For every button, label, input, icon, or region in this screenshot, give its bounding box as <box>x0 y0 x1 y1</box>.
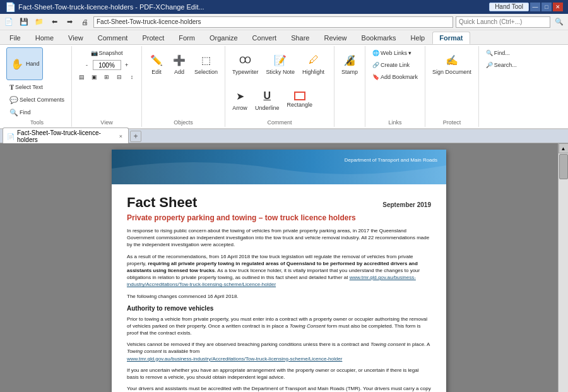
zoom-input[interactable] <box>93 60 121 70</box>
document-tab[interactable]: 📄 Fact-Sheet-Tow-truck-licence-holders × <box>3 128 129 145</box>
view-mode-5[interactable]: ↕ <box>126 71 138 83</box>
sign-document-button[interactable]: ✍️ Sign Document <box>429 47 475 80</box>
objects-group: ✏️ Edit ➕ Add ⬚ Selection Objects <box>142 46 225 127</box>
hand-icon: ✋ <box>9 56 25 71</box>
view-mode-4[interactable]: ⊟ <box>114 71 125 83</box>
bookmark-icon: 🔖 <box>372 74 379 80</box>
sticky-note-button[interactable]: 📝 Sticky Note <box>263 47 299 80</box>
typewriter-button[interactable]: Ꝏ Typewriter <box>229 47 262 80</box>
hand-tool-button[interactable]: ✋ Hand <box>6 47 43 80</box>
link-1[interactable]: www.tmr.qld.gov.au/business-industry/Acc… <box>127 275 416 287</box>
zoom-control: - + <box>83 60 131 70</box>
scroll-up-button[interactable]: ▲ <box>559 143 569 153</box>
pdf-main-title: Fact Sheet <box>127 194 197 211</box>
open-button[interactable]: 📁 <box>33 16 45 28</box>
view-mode-buttons: ▤ ▣ ⊞ ⊟ ↕ <box>76 71 138 83</box>
edit-button[interactable]: ✏️ Edit <box>146 47 167 80</box>
document-tab-bar: 📄 Fact-Sheet-Tow-truck-licence-holders ×… <box>0 129 568 143</box>
tab-bookmarks[interactable]: Bookmarks <box>355 32 403 44</box>
underline-button[interactable]: U Underline <box>252 83 283 116</box>
selection-button[interactable]: ⬚ Selection <box>191 47 221 80</box>
arrow-icon: ➤ <box>232 88 247 104</box>
view-controls: 📷 Snapshot - + ▤ ▣ ⊞ ⊟ ↕ <box>76 47 138 83</box>
scroll-thumb[interactable] <box>559 154 568 179</box>
find-toolbar-icon: 🔍 <box>486 50 493 56</box>
tools-group-label: Tools <box>30 118 44 126</box>
rectangle-button[interactable]: Rectangle <box>284 83 316 116</box>
pdf-body-content: Fact Sheet September 2019 Private proper… <box>112 184 446 392</box>
print-button[interactable]: 🖨 <box>78 16 91 28</box>
main-content: Department of Transport and Main Roads D… <box>0 143 568 392</box>
zoom-out-button[interactable]: - <box>83 61 92 69</box>
create-link-icon: 🔗 <box>372 62 379 68</box>
doc-tab-close[interactable]: × <box>119 133 123 140</box>
add-bookmark-button[interactable]: 🔖 Add Bookmark <box>369 71 421 83</box>
web-links-button[interactable]: 🌐 Web Links ▾ <box>369 47 421 59</box>
title-bar-left: 📄 Fact-Sheet-Tow-truck-licence-holders -… <box>5 2 204 12</box>
highlight-button[interactable]: 🖊 Highlight <box>299 47 328 80</box>
add-icon: ➕ <box>172 52 187 68</box>
tab-organize[interactable]: Organize <box>203 32 245 44</box>
arrow-button[interactable]: ➤ Arrow <box>229 83 251 116</box>
tools-buttons: ✋ Hand 𝐓 Select Text 💬 Select Comments 🔍… <box>6 47 68 118</box>
tab-protect[interactable]: Protect <box>135 32 171 44</box>
app-icon-button[interactable]: 📄 <box>3 16 15 28</box>
search-toolbar-button[interactable]: 🔎 Search... <box>483 59 521 71</box>
tab-view[interactable]: View <box>61 32 90 44</box>
find-toolbar-button[interactable]: 🔍 Find... <box>483 47 521 59</box>
pdf-para-1: In response to rising public concern abo… <box>127 227 431 249</box>
tab-review[interactable]: Review <box>317 32 353 44</box>
search-box[interactable] <box>456 16 550 28</box>
snapshot-button[interactable]: 📷 Snapshot <box>88 47 126 59</box>
tab-format[interactable]: Format <box>432 32 470 44</box>
tool-indicator: Hand Tool <box>489 3 529 11</box>
tab-convert[interactable]: Convert <box>246 32 284 44</box>
tab-help[interactable]: Help <box>404 32 432 44</box>
minimize-button[interactable]: — <box>530 3 540 11</box>
address-bar[interactable] <box>93 16 453 28</box>
tab-share[interactable]: Share <box>284 32 316 44</box>
edit-icon: ✏️ <box>149 52 164 68</box>
save-button[interactable]: 💾 <box>18 16 30 28</box>
new-tab-button[interactable]: + <box>130 131 141 142</box>
find-button[interactable]: 🔍 Find <box>6 107 44 118</box>
create-link-button[interactable]: 🔗 Create Link <box>369 59 421 71</box>
tab-comment[interactable]: Comment <box>91 32 135 44</box>
stamp-button[interactable]: 🔏 Stamp <box>338 47 361 80</box>
view-mode-2[interactable]: ▣ <box>88 71 100 83</box>
view-mode-1[interactable]: ▤ <box>76 71 87 83</box>
pdf-title-row: Fact Sheet September 2019 <box>127 194 431 211</box>
close-button[interactable]: ✕ <box>553 3 563 11</box>
link-2[interactable]: www.tmr.qld.gov.au/business-industry/Acc… <box>127 356 342 362</box>
select-comments-button[interactable]: 💬 Select Comments <box>6 94 68 105</box>
objects-group-label: Objects <box>174 118 193 126</box>
camera-icon: 📷 <box>91 50 98 56</box>
tab-file[interactable]: File <box>3 32 28 44</box>
search-toolbar-icon: 🔎 <box>486 62 493 68</box>
tab-form[interactable]: Form <box>172 32 202 44</box>
view-mode-3[interactable]: ⊞ <box>101 71 112 83</box>
stamp-group: 🔏 Stamp <box>334 46 365 127</box>
pdf-para-3: The following changes commenced 16 April… <box>127 293 431 300</box>
pdf-area[interactable]: Department of Transport and Main Roads D… <box>0 143 558 392</box>
tab-home[interactable]: Home <box>28 32 61 44</box>
back-button[interactable]: ⬅ <box>48 16 61 28</box>
quick-access-bar: 📄 💾 📁 ⬅ ➡ 🖨 🔍 <box>0 14 568 30</box>
comment-group-label: Comment <box>268 118 292 126</box>
find-search-buttons: 🔍 Find... 🔎 Search... <box>483 47 521 71</box>
comment-buttons: Ꝏ Typewriter 📝 Sticky Note 🖊 Highlight ➤… <box>229 47 330 118</box>
zoom-in-button[interactable]: + <box>122 61 131 69</box>
comment-cursor-icon: 💬 <box>9 96 18 104</box>
stamp-icon: 🔏 <box>342 52 357 68</box>
search-button[interactable]: 🔍 <box>553 16 565 28</box>
select-text-button[interactable]: 𝐓 Select Text <box>6 81 46 93</box>
dept-label: Department of Transport and Main Roads <box>345 157 437 163</box>
maximize-button[interactable]: □ <box>541 3 552 11</box>
view-group-label: View <box>100 118 112 126</box>
typewriter-icon: Ꝏ <box>238 52 253 68</box>
forward-button[interactable]: ➡ <box>63 16 76 28</box>
rectangle-icon <box>294 92 305 100</box>
add-button[interactable]: ➕ Add <box>169 47 190 80</box>
title-bar-right: Hand Tool — □ ✕ <box>489 3 563 11</box>
pdf-body: In response to rising public concern abo… <box>127 227 431 392</box>
